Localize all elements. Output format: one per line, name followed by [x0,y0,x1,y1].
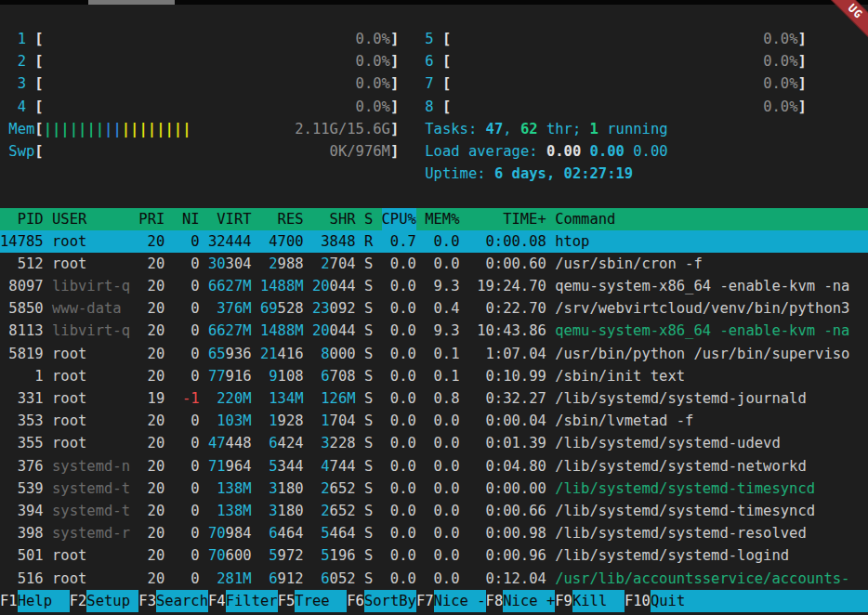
fkey-f10-quit-key[interactable]: F10 [625,590,651,612]
mem-highlight-digits: 70 [208,547,226,564]
cell-res: 3180 [260,478,304,500]
column-separator [44,568,52,590]
fkey-f3-search-label[interactable]: Search [156,590,208,612]
column-gap [399,140,425,163]
column-header-user[interactable]: USER [52,208,130,230]
process-row[interactable]: 353 root 20 0 103M 1928 1704 S 0.0 0.0 0… [0,410,868,432]
process-row[interactable]: 5819 root 20 0 65936 21416 8000 S 0.0 0.… [0,343,868,365]
process-row[interactable]: 355 root 20 0 47448 6424 3228 S 0.0 0.0 … [0,432,868,454]
fkey-f10-quit-label[interactable]: Quit [651,590,868,612]
swap-meter-label: Swp [0,140,34,163]
cell-pri: 20 [138,522,164,544]
window-top-strip [0,0,868,5]
load-average-segment: 0.00 [633,143,667,160]
process-row[interactable]: 501 root 20 0 70600 5972 5196 S 0.0 0.0 … [0,544,868,567]
column-separator [356,208,364,230]
mem-highlight-digits: 5 [269,547,277,564]
blank-line [0,185,868,207]
fkey-f2-setup-label[interactable]: Setup [86,590,138,612]
cpu-meter-label: 6 [425,50,442,72]
process-row[interactable]: 512 root 20 0 30304 2988 2704 S 0.0 0.0 … [0,253,868,275]
terminal-line: Uptime: 6 days, 02:27:19 [0,163,868,185]
process-row[interactable]: 14785 root 20 0 32444 4700 3848 R 0.7 0.… [0,230,868,253]
mem-rest-digits: 988 [278,255,304,272]
mem-rest-digits: 984 [226,525,252,542]
column-gap [399,50,425,72]
column-header-pri[interactable]: PRI [138,208,164,230]
cell-s: S [364,432,373,454]
fkey-f9-kill-label[interactable]: Kill [572,590,625,612]
column-separator [252,297,260,320]
column-header-res[interactable]: RES [260,208,304,230]
process-row[interactable]: 516 root 20 0 281M 6912 6052 S 0.0 0.0 0… [0,568,868,590]
process-row[interactable]: 1 root 20 0 77916 9108 6708 S 0.0 0.1 0:… [0,365,868,387]
process-row[interactable]: 376 systemd-n 20 0 71964 5344 4744 S 0.0… [0,455,868,478]
mem-highlight-digits: 126M [321,390,355,407]
fkey-f4-filter-key[interactable]: F4 [208,590,226,612]
column-separator [546,432,555,454]
column-header-virt[interactable]: VIRT [208,208,252,230]
cell-shr: 126M [312,387,356,410]
column-separator [304,365,312,387]
column-header-time[interactable]: TIME+ [468,208,546,230]
column-header-mem[interactable]: MEM% [425,208,459,230]
fkey-f5-tree-label[interactable]: Tree [295,590,347,612]
column-separator [546,253,555,275]
process-row[interactable]: 398 systemd-r 20 0 70984 6464 5464 S 0.0… [0,522,868,544]
column-separator [416,297,425,320]
column-separator [459,320,467,342]
cell-res: 5344 [260,455,304,478]
process-row[interactable]: 8097 libvirt-q 20 0 6627M 1488M 20044 S … [0,275,868,297]
fkey-f8-nice--label[interactable]: Nice + [503,590,555,612]
fkey-f1-help-label[interactable]: Help [18,590,70,612]
column-separator [373,253,381,275]
meter-close-bracket: ] [798,96,807,118]
process-row[interactable]: 8113 libvirt-q 20 0 6627M 1488M 20044 S … [0,320,868,342]
column-separator [252,455,260,478]
cpu-meter-track: 0.0% [44,96,390,118]
cell-res: 9108 [260,365,304,387]
cell-cmd: /lib/systemd/systemd-udevd [555,432,868,454]
column-header-s[interactable]: S [364,208,373,230]
cell-ni: -1 [174,387,200,410]
cell-shr: 5196 [312,544,356,567]
fkey-f6-sortby-key[interactable]: F6 [347,590,364,612]
fkey-f4-filter-label[interactable]: Filter [226,590,278,612]
process-row[interactable]: 539 systemd-t 20 0 138M 3180 2652 S 0.0 … [0,478,868,500]
fkey-f5-tree-key[interactable]: F5 [278,590,296,612]
fkey-f3-search-key[interactable]: F3 [138,590,156,612]
column-separator [252,387,260,410]
cell-time: 0:00.04 [468,410,546,432]
process-row[interactable]: 331 root 19 -1 220M 134M 126M S 0.0 0.8 … [0,387,868,410]
fkey-f2-setup-key[interactable]: F2 [70,590,87,612]
column-header-cpu[interactable]: CPU% [382,208,416,230]
column-header-ni[interactable]: NI [174,208,200,230]
cell-shr: 2704 [312,253,356,275]
column-separator [304,208,312,230]
column-header-shr[interactable]: SHR [312,208,356,230]
cell-shr: 3228 [312,432,356,454]
cell-mem: 0.1 [425,343,459,365]
column-separator [459,500,467,522]
process-row[interactable]: 5850 www-data 20 0 376M 69528 23092 S 0.… [0,297,868,320]
cell-cpu: 0.0 [382,568,416,590]
cpu-meter-7: 7 [0.0%] [425,72,807,95]
mem-rest-digits: 448 [226,435,252,451]
fkey-f8-nice--key[interactable]: F8 [486,590,504,612]
window-tab[interactable] [88,0,175,5]
fkey-f7-nice--label[interactable]: Nice - [434,590,486,612]
column-separator [164,500,173,522]
process-table-header: PID USER PRI NI VIRT RES SHR S CPU% MEM%… [0,208,868,230]
cell-ni: 0 [174,320,200,342]
cell-s: S [364,410,373,432]
column-header-cmd[interactable]: Command [555,208,868,230]
fkey-f6-sortby-label[interactable]: SortBy [364,590,416,612]
fkey-f7-nice--key[interactable]: F7 [416,590,434,612]
process-row[interactable]: 394 systemd-t 20 0 138M 3180 2652 S 0.0 … [0,500,868,522]
column-header-pid[interactable]: PID [0,208,44,230]
cell-ni: 0 [174,544,200,567]
mem-highlight-digits: 1488M [260,322,304,339]
fkey-f9-kill-key[interactable]: F9 [555,590,572,612]
fkey-f1-help-key[interactable]: F1 [0,590,18,612]
cell-cmd: qemu-system-x86_64 -enable-kvm -na [555,320,868,342]
